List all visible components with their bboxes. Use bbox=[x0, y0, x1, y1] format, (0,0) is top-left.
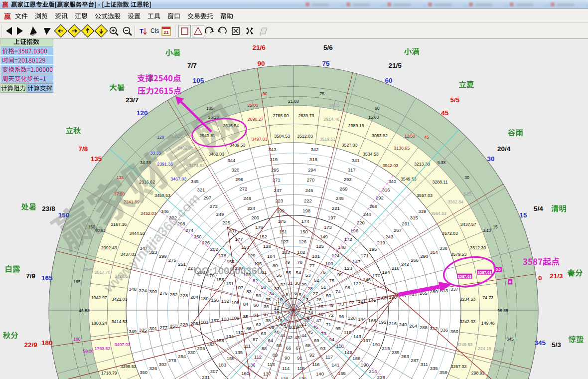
svg-text:60: 60 bbox=[253, 302, 259, 308]
svg-text:3534.53: 3534.53 bbox=[363, 152, 379, 157]
svg-text:180: 180 bbox=[41, 339, 53, 347]
svg-text:36: 36 bbox=[264, 304, 269, 309]
svg-text:137: 137 bbox=[263, 371, 271, 377]
svg-text:15: 15 bbox=[519, 211, 527, 219]
svg-text:21/5: 21/5 bbox=[388, 62, 402, 69]
svg-text:38: 38 bbox=[266, 318, 271, 323]
svg-text:3288.11: 3288.11 bbox=[432, 180, 447, 185]
svg-text:15.63: 15.63 bbox=[368, 115, 379, 120]
svg-text:206: 206 bbox=[197, 346, 205, 351]
svg-text:345: 345 bbox=[191, 179, 199, 184]
svg-text:275: 275 bbox=[168, 257, 176, 263]
svg-text:165: 165 bbox=[338, 371, 346, 376]
svg-text:180: 180 bbox=[201, 296, 209, 301]
svg-text:221: 221 bbox=[332, 205, 340, 211]
svg-text:72: 72 bbox=[328, 312, 334, 318]
svg-text:337: 337 bbox=[450, 286, 458, 292]
svg-text:300: 300 bbox=[149, 289, 157, 294]
svg-text:2690.27: 2690.27 bbox=[248, 117, 264, 122]
svg-text:105: 105 bbox=[193, 77, 204, 84]
svg-text:296: 296 bbox=[235, 177, 243, 182]
svg-text:242: 242 bbox=[401, 261, 409, 267]
svg-text:95: 95 bbox=[335, 326, 341, 331]
svg-text:195: 195 bbox=[369, 246, 377, 252]
svg-text:77: 77 bbox=[309, 263, 315, 268]
svg-text:143: 143 bbox=[353, 334, 361, 339]
svg-text:120: 120 bbox=[157, 135, 164, 140]
svg-text:3452.03: 3452.03 bbox=[141, 211, 156, 216]
svg-text:3414.53: 3414.53 bbox=[112, 319, 128, 324]
svg-text:288: 288 bbox=[420, 325, 428, 330]
svg-text:345: 345 bbox=[507, 337, 514, 342]
svg-text:226: 226 bbox=[202, 240, 210, 245]
svg-text:287: 287 bbox=[411, 358, 419, 363]
svg-text:326: 326 bbox=[149, 366, 157, 371]
svg-text:84: 84 bbox=[243, 301, 249, 307]
svg-text:5/4: 5/4 bbox=[534, 205, 543, 212]
svg-text:78: 78 bbox=[297, 259, 302, 265]
svg-text:360: 360 bbox=[450, 329, 458, 334]
svg-text:8: 8 bbox=[286, 292, 288, 297]
svg-text:231: 231 bbox=[202, 375, 210, 379]
svg-text:152: 152 bbox=[259, 234, 267, 239]
svg-text:47: 47 bbox=[316, 318, 322, 323]
svg-text:63: 63 bbox=[261, 331, 266, 336]
svg-text:315: 315 bbox=[410, 215, 418, 220]
svg-text:3257.03: 3257.03 bbox=[450, 364, 466, 369]
svg-text:3362.84: 3362.84 bbox=[447, 199, 463, 204]
svg-text:90: 90 bbox=[263, 91, 268, 96]
svg-text:35: 35 bbox=[266, 297, 271, 302]
svg-text:52: 52 bbox=[314, 277, 319, 283]
svg-text:247: 247 bbox=[274, 188, 282, 193]
svg-text:1942.97: 1942.97 bbox=[91, 295, 107, 300]
svg-text:172: 172 bbox=[344, 236, 352, 242]
svg-text:249: 249 bbox=[216, 211, 224, 217]
svg-text:102: 102 bbox=[297, 249, 305, 255]
svg-text:317: 317 bbox=[348, 167, 356, 173]
svg-text:3564.53: 3564.53 bbox=[431, 211, 446, 216]
svg-text:3234.53: 3234.53 bbox=[459, 297, 475, 302]
svg-text:3138.65: 3138.65 bbox=[394, 146, 410, 151]
svg-text:114: 114 bbox=[282, 366, 290, 371]
svg-text:5/5: 5/5 bbox=[450, 96, 460, 104]
svg-text:294: 294 bbox=[308, 167, 316, 173]
svg-text:173: 173 bbox=[324, 224, 332, 230]
svg-text:54: 54 bbox=[296, 270, 301, 275]
svg-text:60: 60 bbox=[385, 77, 392, 84]
svg-text:264: 264 bbox=[409, 323, 417, 329]
svg-text:74: 74 bbox=[335, 289, 341, 294]
svg-text:3063.92: 3063.92 bbox=[372, 133, 388, 138]
svg-text:273: 273 bbox=[210, 203, 218, 209]
svg-text:60: 60 bbox=[375, 106, 380, 111]
svg-text:32: 32 bbox=[281, 282, 286, 287]
svg-text:165: 165 bbox=[41, 274, 53, 282]
svg-text:302: 302 bbox=[159, 362, 167, 367]
svg-text:90: 90 bbox=[285, 355, 290, 361]
svg-text:254: 254 bbox=[178, 354, 186, 359]
svg-text:336: 336 bbox=[440, 327, 448, 333]
svg-text:276: 276 bbox=[159, 290, 167, 296]
svg-text:53: 53 bbox=[305, 272, 311, 278]
svg-text:299: 299 bbox=[159, 253, 167, 259]
svg-text:QQ:100800360: QQ:100800360 bbox=[194, 265, 263, 276]
svg-text:338: 338 bbox=[440, 245, 447, 251]
svg-text:74.73: 74.73 bbox=[482, 295, 493, 300]
svg-text:5/6: 5/6 bbox=[323, 44, 333, 51]
svg-text:151: 151 bbox=[279, 229, 287, 234]
svg-text:122: 122 bbox=[353, 281, 361, 286]
svg-text:1793.52: 1793.52 bbox=[95, 346, 111, 351]
svg-text:200: 200 bbox=[251, 215, 259, 220]
svg-text:94: 94 bbox=[329, 337, 335, 342]
svg-text:45: 45 bbox=[424, 135, 429, 140]
svg-text:18.75: 18.75 bbox=[329, 103, 340, 108]
svg-text:Cls: Cls bbox=[150, 27, 159, 34]
svg-text:92: 92 bbox=[309, 352, 315, 358]
svg-text:111: 111 bbox=[243, 343, 250, 349]
svg-text:123: 123 bbox=[344, 265, 352, 271]
svg-text:3557.03: 3557.03 bbox=[417, 193, 433, 198]
svg-text:55: 55 bbox=[286, 270, 292, 275]
svg-text:46: 46 bbox=[313, 324, 318, 330]
svg-text:168: 168 bbox=[368, 318, 376, 323]
svg-text:3.13: 3.13 bbox=[483, 228, 491, 233]
svg-text:96: 96 bbox=[339, 314, 344, 319]
